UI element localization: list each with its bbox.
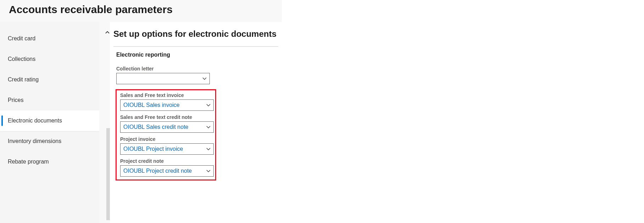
field-label: Project credit note (120, 158, 212, 164)
field-collection-letter: Collection letter (116, 66, 278, 84)
field-project-credit-note: Project credit note OIOUBL Project credi… (120, 158, 212, 177)
section-header: Set up options for electronic documents (113, 29, 278, 47)
chevron-down-icon (203, 166, 213, 176)
field-project-invoice: Project invoice OIOUBL Project invoice (120, 136, 212, 155)
page-title: Accounts receivable parameters (9, 4, 273, 16)
sidebar-item-label: Credit card (8, 35, 35, 41)
collection-letter-dropdown[interactable] (116, 73, 210, 84)
chevron-down-icon (203, 122, 213, 132)
field-label: Sales and Free text credit note (120, 114, 212, 120)
sidebar-item-label: Rebate program (8, 159, 49, 165)
field-sales-free-text-credit-note: Sales and Free text credit note OIOUBL S… (120, 114, 212, 133)
sidebar-item-inventory-dimensions[interactable]: Inventory dimensions (0, 131, 99, 151)
content-panel: Set up options for electronic documents … (110, 22, 282, 223)
field-sales-free-text-invoice: Sales and Free text invoice OIOUBL Sales… (120, 92, 212, 111)
sidebar-item-label: Prices (8, 97, 23, 103)
project-invoice-dropdown[interactable]: OIOUBL Project invoice (120, 143, 214, 155)
dropdown-value: OIOUBL Project credit note (121, 168, 203, 174)
sales-free-text-credit-note-dropdown[interactable]: OIOUBL Sales credit note (120, 121, 214, 133)
sidebar-item-label: Electronic documents (8, 118, 62, 124)
dropdown-value: OIOUBL Sales credit note (121, 124, 203, 130)
sidebar-nav: Credit card Collections Credit rating Pr… (0, 22, 99, 223)
field-label: Collection letter (116, 66, 278, 72)
section-title: Set up options for electronic documents (113, 29, 276, 39)
chevron-down-icon (200, 73, 209, 84)
content-gutter (99, 22, 110, 223)
sidebar-item-electronic-documents[interactable]: Electronic documents (0, 110, 99, 131)
page-header: Accounts receivable parameters (0, 0, 282, 22)
sales-free-text-invoice-dropdown[interactable]: OIOUBL Sales invoice (120, 99, 214, 111)
sidebar-item-collections[interactable]: Collections (0, 49, 99, 69)
sidebar-item-prices[interactable]: Prices (0, 90, 99, 110)
sidebar-item-rebate-program[interactable]: Rebate program (0, 151, 99, 172)
sidebar-item-label: Collections (8, 56, 35, 62)
chevron-down-icon (203, 100, 213, 110)
sidebar-item-credit-rating[interactable]: Credit rating (0, 69, 99, 90)
sidebar-item-credit-card[interactable]: Credit card (0, 28, 99, 49)
field-label: Sales and Free text invoice (120, 92, 212, 98)
sidebar-item-label: Credit rating (8, 76, 39, 82)
highlight-box: Sales and Free text invoice OIOUBL Sales… (116, 89, 216, 181)
field-label: Project invoice (120, 136, 212, 142)
dropdown-value: OIOUBL Sales invoice (121, 102, 203, 108)
project-credit-note-dropdown[interactable]: OIOUBL Project credit note (120, 165, 214, 177)
fields-wrap: Collection letter Sales and Free text in… (116, 66, 278, 181)
sidebar-item-label: Inventory dimensions (8, 138, 61, 144)
dropdown-value: OIOUBL Project invoice (121, 146, 203, 152)
group-title: Electronic reporting (116, 52, 278, 58)
chevron-up-icon[interactable] (104, 30, 111, 35)
chevron-down-icon (203, 144, 213, 154)
layout: Credit card Collections Credit rating Pr… (0, 22, 282, 223)
